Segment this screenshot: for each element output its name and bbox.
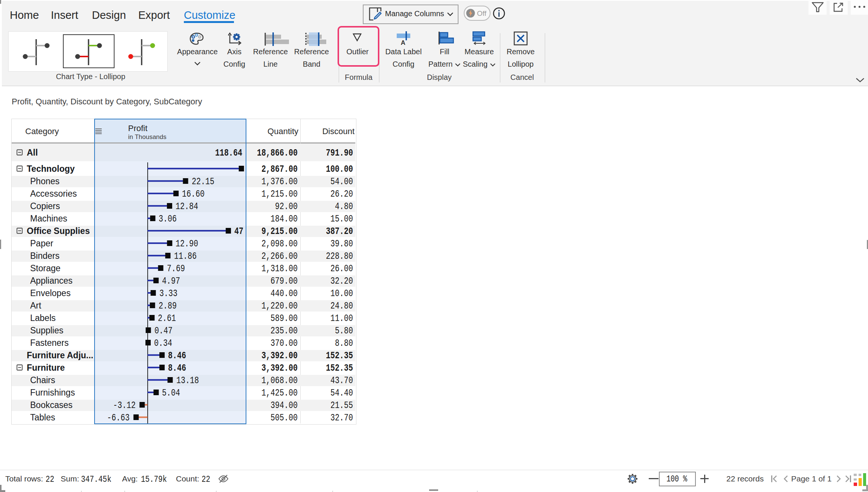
svg-text:A: A bbox=[401, 39, 405, 46]
